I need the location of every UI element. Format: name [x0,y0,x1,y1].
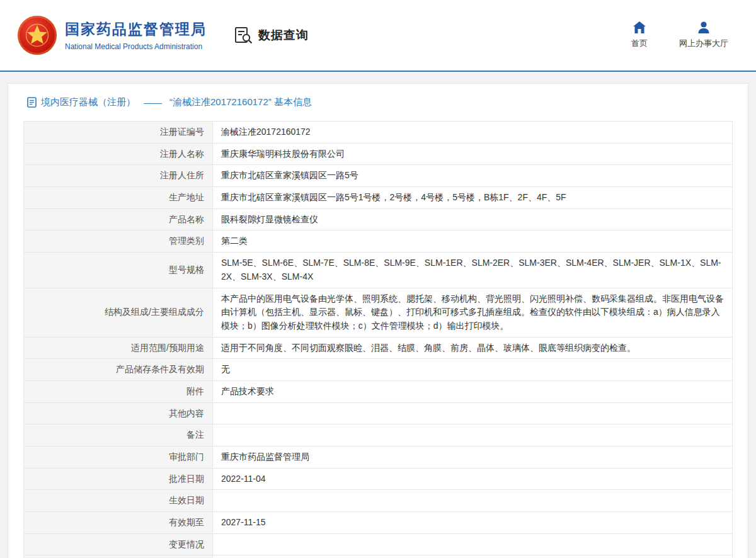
row-value: 本产品中的医用电气设备由光学体、照明系统、腮托架、移动机构、背光照明、闪光照明补… [213,288,733,337]
row-label: 生产地址 [24,187,213,209]
nav-service-hall-label: 网上办事大厅 [679,38,728,49]
brand-text: 国家药品监督管理局 National Medical Products Admi… [65,20,207,51]
row-label: 备注 [24,424,213,447]
org-name-en: National Medical Products Administration [65,42,207,51]
row-label: 有效期至 [24,512,213,534]
top-nav: 首页 网上办事大厅 [631,21,728,49]
table-row: 注册人住所重庆市北碚区童家溪镇园区一路5号 [24,165,733,187]
row-label: 产品储存条件及有效期 [24,359,213,381]
row-label: 注 [24,555,213,558]
row-value: 2027-11-15 [213,512,733,534]
row-label: 审批部门 [24,447,213,469]
row-label: 注册人住所 [24,165,213,187]
row-value [213,402,733,424]
table-row: 附件产品技术要求 [24,380,733,402]
table-row: 其他内容 [24,402,733,424]
document-icon [27,97,37,108]
table-row: 变更情况 [24,533,733,555]
table-row: 生产地址重庆市北碚区童家溪镇园区一路5号1号楼，2号楼，4号楼，5号楼，B栋1F… [24,187,733,209]
table-row: 生效日期 [24,490,733,512]
user-icon [697,21,710,33]
table-row: 结构及组成/主要组成成分本产品中的医用电气设备由光学体、照明系统、腮托架、移动机… [24,288,733,337]
table-row: 审批部门重庆市药品监督管理局 [24,447,733,469]
data-query-section: 数据查询 [234,26,309,44]
row-value: 2022-11-04 [213,468,733,490]
row-value: 详情 [213,555,733,558]
info-table-body: 注册证编号渝械注准20172160172注册人名称重庆康华瑞明科技股份有限公司注… [24,122,733,558]
org-name-cn: 国家药品监督管理局 [65,20,207,39]
row-value: 重庆康华瑞明科技股份有限公司 [213,143,733,165]
table-row: 注册证编号渝械注准20172160172 [24,122,733,144]
nav-home[interactable]: 首页 [631,21,648,49]
row-value: 重庆市北碚区童家溪镇园区一路5号 [213,165,733,187]
row-value: 渝械注准20172160172 [213,122,733,144]
table-row: 产品储存条件及有效期无 [24,359,733,381]
row-label: 附件 [24,380,213,402]
row-label: 产品名称 [24,208,213,231]
data-query-icon [234,26,253,44]
table-row: 批准日期2022-11-04 [24,468,733,490]
row-label: 适用范围/预期用途 [24,337,213,359]
nav-service-hall[interactable]: 网上办事大厅 [679,21,728,49]
row-value: 产品技术要求 [213,380,733,402]
row-value: SLM-5E、SLM-6E、SLM-7E、SLM-8E、SLM-9E、SLM-1… [213,253,733,288]
row-label: 结构及组成/主要组成成分 [24,288,213,337]
brand[interactable]: 国家药品监督管理局 National Medical Products Admi… [18,16,207,55]
row-value [213,533,733,555]
table-row: 注详情 [24,555,733,558]
row-label: 管理类别 [24,231,213,253]
row-label: 批准日期 [24,468,213,490]
row-label: 注册证编号 [24,122,213,144]
row-value: 重庆市北碚区童家溪镇园区一路5号1号楼，2号楼，4号楼，5号楼，B栋1F、2F、… [213,187,733,209]
row-value: 适用于不同角度、不同切面观察眼睑、泪器、结膜、角膜、前房、晶体、玻璃体、眼底等组… [213,337,733,359]
row-value: 重庆市药品监督管理局 [213,447,733,469]
table-row: 注册人名称重庆康华瑞明科技股份有限公司 [24,143,733,165]
nmpa-emblem-icon [18,16,57,55]
info-table: 注册证编号渝械注准20172160172注册人名称重庆康华瑞明科技股份有限公司注… [23,121,733,558]
row-value [213,490,733,512]
table-row: 型号规格SLM-5E、SLM-6E、SLM-7E、SLM-8E、SLM-9E、S… [24,253,733,288]
detail-panel: 境内医疗器械（注册） —— “渝械注准20172160172” 基本信息 注册证… [8,83,748,558]
row-value: 第二类 [213,231,733,253]
row-label: 型号规格 [24,253,213,288]
breadcrumb-separator: —— [144,97,161,108]
breadcrumb: 境内医疗器械（注册） —— “渝械注准20172160172” 基本信息 [23,89,733,121]
row-value [213,424,733,447]
page-title: “渝械注准20172160172” 基本信息 [169,96,312,108]
table-row: 适用范围/预期用途适用于不同角度、不同切面观察眼睑、泪器、结膜、角膜、前房、晶体… [24,337,733,359]
row-value: 无 [213,359,733,381]
nav-home-label: 首页 [631,38,648,49]
content-area: 境内医疗器械（注册） —— “渝械注准20172160172” 基本信息 注册证… [0,72,756,558]
row-label: 注册人名称 [24,143,213,165]
row-label: 生效日期 [24,490,213,512]
row-label: 变更情况 [24,533,213,555]
table-row: 有效期至2027-11-15 [24,512,733,534]
row-value: 眼科裂隙灯显微镜检查仪 [213,208,733,231]
home-icon [633,21,646,33]
data-query-title: 数据查询 [258,27,309,43]
breadcrumb-category[interactable]: 境内医疗器械（注册） [41,96,135,108]
table-row: 备注 [24,424,733,447]
row-label: 其他内容 [24,402,213,424]
table-row: 管理类别第二类 [24,231,733,253]
table-row: 产品名称眼科裂隙灯显微镜检查仪 [24,208,733,231]
site-header: 国家药品监督管理局 National Medical Products Admi… [0,0,756,72]
